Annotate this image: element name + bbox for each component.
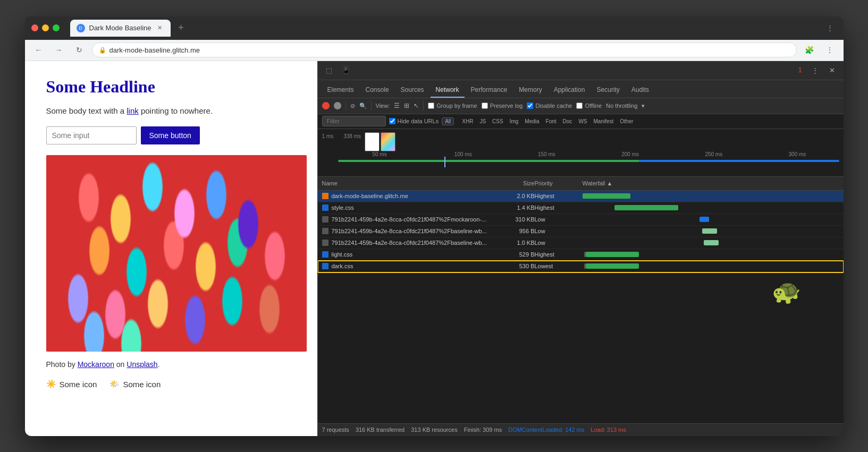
col-size-header[interactable]: Size [492, 180, 535, 186]
search-icon[interactable]: 🔍 [359, 103, 367, 109]
row-priority: Highest [535, 193, 583, 199]
record-button[interactable] [322, 102, 330, 109]
maximize-button[interactable] [53, 24, 60, 31]
page-link[interactable]: link [127, 106, 139, 115]
hide-data-urls-label[interactable]: Hide data URLs [389, 118, 439, 124]
clear-button[interactable] [334, 102, 341, 109]
row-waterfall [583, 240, 839, 245]
file-icon [322, 193, 328, 199]
offline-checkbox[interactable] [576, 103, 583, 109]
filter-all-tag[interactable]: All [442, 117, 454, 125]
filter-xhr[interactable]: XHR [459, 118, 476, 125]
table-row[interactable]: dark-mode-baseline.glitch.me 2.0 KB High… [318, 191, 844, 202]
separator3 [423, 101, 424, 110]
content-area: Some Headline Some body text with a link… [25, 61, 844, 436]
tab-application[interactable]: Application [549, 83, 591, 98]
mockaroon-link[interactable]: Mockaroon [78, 360, 114, 369]
profile-button[interactable]: ⋮ [822, 42, 837, 57]
disable-cache-text: Disable cache [535, 103, 572, 109]
tab-security[interactable]: Security [591, 83, 625, 98]
more-devtools-button[interactable]: ⋮ [808, 63, 822, 77]
forward-button[interactable]: → [52, 42, 66, 57]
filter-ws[interactable]: WS [576, 118, 589, 125]
file-icon [322, 204, 328, 211]
tab-audits[interactable]: Audits [626, 83, 654, 98]
timeline-cursor [444, 157, 445, 167]
filter-input[interactable] [322, 116, 386, 126]
sun-icon-1: ☀️ [46, 379, 56, 389]
view-label: View: [376, 103, 390, 109]
inspect-element-button[interactable]: ⬚ [322, 63, 336, 77]
waterfall-bar [704, 240, 719, 245]
error-count[interactable]: 1 [795, 65, 805, 75]
more-options-button[interactable]: ⋮ [823, 21, 837, 35]
filter-font[interactable]: Font [543, 118, 559, 125]
col-waterfall-header[interactable]: Waterfall ▲ [583, 180, 839, 186]
view-grid-button[interactable]: ⊞ [404, 102, 409, 109]
filter-media[interactable]: Media [522, 118, 542, 125]
preserve-log-label[interactable]: Preserve log [482, 103, 523, 109]
col-name-header[interactable]: Name [322, 180, 492, 186]
thumbnail-strip [365, 132, 395, 151]
address-input[interactable]: 🔒 dark-mode-baseline.glitch.me [92, 42, 797, 57]
row-priority: Low [535, 228, 583, 234]
tab-sources[interactable]: Sources [395, 83, 429, 98]
new-tab-button[interactable]: + [174, 21, 189, 36]
tab-performance[interactable]: Performance [466, 83, 513, 98]
caption-prefix: Photo by [46, 360, 78, 369]
table-row[interactable]: dark.css 530 B Lowest [318, 261, 844, 272]
filter-other[interactable]: Other [617, 118, 636, 125]
requests-count: 7 requests [322, 427, 349, 433]
table-row[interactable]: 791b2241-459b-4a2e-8cca-c0fdc21f0487%2Fb… [318, 237, 844, 249]
group-by-frame-checkbox[interactable] [428, 103, 434, 109]
back-button[interactable]: ← [31, 42, 46, 57]
filter-img[interactable]: Img [507, 118, 521, 125]
disable-cache-label[interactable]: Disable cache [527, 103, 572, 109]
filter-cursor-button[interactable]: ↖ [414, 102, 419, 109]
tab-console[interactable]: Console [360, 83, 394, 98]
table-row[interactable]: 791b2241-459b-4a2e-8cca-c0fdc21f0487%2Fb… [318, 226, 844, 237]
thumbnail-1[interactable] [365, 132, 380, 151]
tab-memory[interactable]: Memory [513, 83, 547, 98]
timeline-338ms: 338 ms [343, 132, 361, 139]
col-priority-header[interactable]: Priority [535, 180, 583, 186]
device-toolbar-button[interactable]: 📱 [339, 63, 353, 77]
filter-css[interactable]: CSS [490, 118, 506, 125]
group-by-frame-label[interactable]: Group by frame [428, 103, 477, 109]
close-button[interactable] [31, 24, 38, 31]
mark-250: 250 ms [672, 151, 755, 157]
table-row[interactable]: 791b2241-459b-4a2e-8cca-c0fdc21f0487%2Fm… [318, 214, 844, 226]
throttling-dropdown-icon[interactable]: ▾ [642, 103, 645, 109]
tab-close-button[interactable]: ✕ [156, 24, 164, 32]
extensions-button[interactable]: 🧩 [802, 42, 817, 57]
page-caption: Photo by Mockaroon on Unsplash. [46, 360, 296, 369]
timeline-section: 1 ms 338 ms 50 ms 100 ms 150 ms 200 ms 2… [318, 129, 844, 177]
filter-manifest[interactable]: Manifest [591, 118, 616, 125]
some-input[interactable] [46, 126, 137, 144]
hide-data-urls-checkbox[interactable] [389, 118, 395, 124]
close-devtools-button[interactable]: ✕ [825, 63, 839, 77]
tab-title: Dark Mode Baseline [89, 24, 151, 32]
view-list-button[interactable]: ☰ [394, 102, 400, 109]
some-button[interactable]: Some button [141, 126, 200, 144]
filter-js[interactable]: JS [477, 118, 488, 125]
input-row: Some button [46, 126, 296, 144]
thumbnail-2[interactable] [381, 132, 395, 151]
row-size: 956 B [492, 228, 535, 234]
filter-doc[interactable]: Doc [560, 118, 575, 125]
unsplash-link[interactable]: Unsplash [127, 360, 157, 369]
offline-label[interactable]: Offline [576, 103, 602, 109]
tab-elements[interactable]: Elements [322, 83, 359, 98]
tab-network[interactable]: Network [431, 83, 465, 98]
reload-button[interactable]: ↻ [72, 42, 87, 57]
row-priority: Low [535, 216, 583, 223]
filter-types: XHR JS CSS Img Media Font Doc WS Manifes… [459, 118, 636, 125]
empty-area: 🐢 [318, 272, 844, 315]
filter-icon[interactable]: ⊘ [350, 103, 355, 109]
table-row[interactable]: style.css 1.4 KB Highest [318, 202, 844, 214]
preserve-log-checkbox[interactable] [482, 103, 488, 109]
table-row[interactable]: light.css 529 B Highest [318, 249, 844, 261]
disable-cache-checkbox[interactable] [527, 103, 533, 109]
browser-tab[interactable]: D Dark Mode Baseline ✕ [70, 20, 171, 37]
minimize-button[interactable] [42, 24, 49, 31]
